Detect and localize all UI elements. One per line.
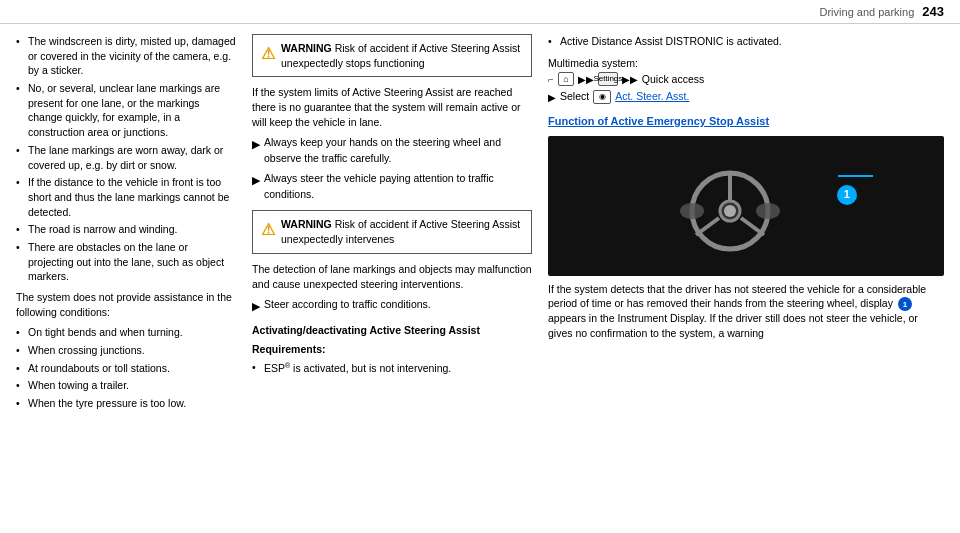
arrow-item-1: ▶ Always keep your hands on the steering… (252, 135, 532, 167)
content-area: The windscreen is dirty, misted up, dama… (0, 24, 960, 533)
system-note: The system does not provide assistance i… (16, 290, 236, 319)
arrow-item-2: ▶ Always steer the vehicle paying attent… (252, 171, 532, 203)
caption-part-1: If the system detects that the driver ha… (548, 283, 926, 310)
select-arrow: ▶ (548, 90, 556, 105)
svg-point-7 (724, 205, 736, 217)
nav-arrow-2: ▶▶ (622, 72, 638, 87)
list-item: When towing a trailer. (16, 378, 236, 393)
caption-part-2: appears in the Instrument Display. If th… (548, 312, 918, 339)
function-heading: Function of Active Emergency Stop Assist (548, 113, 944, 130)
list-item: If the distance to the vehicle in front … (16, 175, 236, 219)
list-item: No, or several, unclear lane markings ar… (16, 81, 236, 140)
left-column: The windscreen is dirty, misted up, dama… (16, 34, 236, 523)
select-label: Select (560, 89, 589, 105)
list-item: At roundabouts or toll stations. (16, 361, 236, 376)
car-image-inner: 1 (548, 136, 944, 276)
warning-icon-1: ⚠ (261, 42, 275, 66)
settings-button[interactable]: Settings (598, 72, 618, 86)
list-item: There are obstacles on the lane or proje… (16, 240, 236, 284)
req-item: ESP® is activated, but is not intervenin… (252, 360, 532, 375)
warning-label-1: WARNING (281, 42, 332, 54)
page-header: Driving and parking 243 (0, 0, 960, 24)
esp-sup: ® (285, 361, 290, 368)
svg-point-5 (680, 203, 704, 219)
main-bullet-list: The windscreen is dirty, misted up, dama… (16, 34, 236, 284)
list-item: When the tyre pressure is too low. (16, 396, 236, 411)
multimedia-row-1: ⌐ ⌂ ▶▶ Settings ▶▶ Quick access (548, 72, 944, 88)
inline-number: 1 (898, 297, 912, 311)
svg-line-4 (741, 218, 764, 235)
warning-icon-2: ⚠ (261, 218, 275, 242)
multimedia-label: Multimedia system: (548, 56, 944, 72)
quick-access-label: Quick access (642, 72, 704, 88)
act-steer-link[interactable]: Act. Steer. Asst. (615, 89, 689, 105)
warning-box-2: ⚠ WARNING Risk of accident if Active Ste… (252, 210, 532, 253)
section-heading: Activating/deactivating Active Steering … (252, 323, 532, 339)
list-item: The lane markings are worn away, dark or… (16, 143, 236, 172)
arrow-icon-1: ▶ (252, 136, 260, 153)
svg-line-3 (696, 218, 719, 235)
section-label: Driving and parking (820, 6, 915, 18)
nav-arrow-1: ▶▶ (578, 72, 594, 87)
middle-column: ⚠ WARNING Risk of accident if Active Ste… (252, 34, 532, 523)
car-image: 1 (548, 136, 944, 276)
page-number: 243 (922, 4, 944, 19)
list-item: The windscreen is dirty, misted up, dama… (16, 34, 236, 78)
warning-body-2: The detection of lane markings and objec… (252, 262, 532, 291)
warning-text-1: WARNING Risk of accident if Active Steer… (281, 41, 523, 70)
act-steer-icon: ◉ (593, 90, 611, 104)
select-row: ▶ Select ◉ Act. Steer. Asst. (548, 89, 944, 105)
arrow-text-3: Steer according to traffic conditions. (264, 297, 431, 313)
svg-point-6 (756, 203, 780, 219)
list-item: The road is narrow and winding. (16, 222, 236, 237)
steering-wheel-svg (650, 156, 810, 256)
req-list: ESP® is activated, but is not intervenin… (252, 360, 532, 375)
home-icon: ⌂ (558, 72, 574, 86)
page-container: Driving and parking 243 The windscreen i… (0, 0, 960, 533)
esp-text: ESP® is activated, but is not intervenin… (264, 362, 451, 374)
arrow-icon-3: ▶ (252, 298, 260, 315)
warning-body-1: If the system limits of Active Steering … (252, 85, 532, 129)
right-list-item: Active Distance Assist DISTRONIC is acti… (548, 34, 944, 50)
warning-box-1: ⚠ WARNING Risk of accident if Active Ste… (252, 34, 532, 77)
indicator-dot: 1 (837, 185, 857, 205)
multimedia-dash: ⌐ (548, 72, 554, 87)
right-column: Active Distance Assist DISTRONIC is acti… (548, 34, 944, 523)
list-item: When crossing junctions. (16, 343, 236, 358)
arrow-icon-2: ▶ (252, 172, 260, 189)
arrow-item-3: ▶ Steer according to traffic conditions. (252, 297, 532, 315)
sub-bullet-list: On tight bends and when turning. When cr… (16, 325, 236, 410)
right-bullet-list: Active Distance Assist DISTRONIC is acti… (548, 34, 944, 50)
warning-label-2: WARNING (281, 218, 332, 230)
arrow-text-2: Always steer the vehicle paying attentio… (264, 171, 532, 203)
req-heading: Requirements: (252, 342, 532, 358)
list-item: On tight bends and when turning. (16, 325, 236, 340)
warning-text-2: WARNING Risk of accident if Active Steer… (281, 217, 523, 246)
caption-text: If the system detects that the driver ha… (548, 282, 944, 341)
arrow-text-1: Always keep your hands on the steering w… (264, 135, 532, 167)
